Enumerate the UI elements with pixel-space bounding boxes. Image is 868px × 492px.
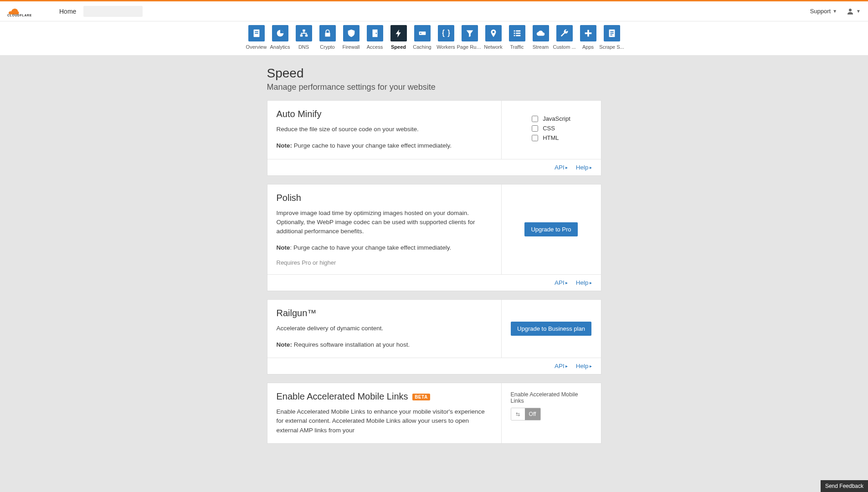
drive-icon: [414, 25, 431, 41]
tab-label: Scrape S...: [599, 44, 624, 50]
braces-icon: [438, 25, 454, 41]
svg-rect-12: [419, 31, 426, 35]
upgrade-business-button[interactable]: Upgrade to Business plan: [511, 322, 591, 336]
lock-icon: [319, 25, 336, 41]
tab-analytics[interactable]: Analytics: [271, 25, 290, 50]
svg-rect-8: [305, 35, 308, 37]
cloudflare-logo[interactable]: CLOUDFLARE: [7, 5, 48, 18]
tab-scrape-s-[interactable]: Scrape S...: [602, 25, 621, 50]
card-desc: Accelerate delivery of dynamic content.: [277, 324, 492, 333]
card-aml: Enable Accelerated Mobile Links BETA Ena…: [267, 383, 601, 444]
door-icon: [367, 25, 383, 41]
help-link[interactable]: Help▸: [576, 279, 592, 286]
tab-label: Firewall: [343, 44, 360, 50]
caret-right-icon: ▸: [565, 364, 568, 369]
domain-selector[interactable]: [83, 6, 143, 17]
help-link[interactable]: Help▸: [576, 164, 592, 171]
user-menu[interactable]: ▼: [846, 7, 861, 15]
chevron-down-icon: ▼: [856, 9, 861, 14]
api-link[interactable]: API▸: [555, 363, 568, 369]
svg-rect-18: [516, 33, 520, 34]
toggle-label: Enable Accelerated Mobile Links: [511, 391, 592, 404]
support-label: Support: [810, 8, 831, 15]
tab-custom-[interactable]: Custom ...: [555, 25, 574, 50]
svg-rect-22: [585, 32, 591, 34]
card-title: Polish: [277, 193, 492, 203]
toggle-off-label: Off: [525, 408, 540, 420]
svg-rect-20: [516, 35, 520, 36]
tab-overview[interactable]: Overview: [247, 25, 266, 50]
tab-label: Network: [484, 44, 502, 50]
api-link[interactable]: API▸: [555, 279, 568, 286]
tab-speed[interactable]: Speed: [389, 25, 408, 50]
support-dropdown[interactable]: Support ▼: [810, 8, 837, 15]
caret-right-icon: ▸: [565, 165, 568, 170]
wrench-icon: [556, 25, 573, 41]
checkbox-javascript[interactable]: JavaScript: [532, 115, 570, 122]
tab-firewall[interactable]: Firewall: [342, 25, 361, 50]
card-desc: Reduce the file size of source code on y…: [277, 125, 492, 134]
help-link[interactable]: Help▸: [576, 363, 592, 369]
tree-icon: [296, 25, 312, 41]
card-railgun: Railgun™ Accelerate delivery of dynamic …: [267, 299, 601, 375]
pie-icon: [272, 25, 288, 41]
tab-label: Stream: [533, 44, 549, 50]
svg-point-11: [375, 33, 377, 34]
svg-text:CLOUDFLARE: CLOUDFLARE: [7, 13, 32, 16]
svg-rect-24: [610, 31, 613, 32]
svg-rect-19: [514, 35, 515, 36]
tab-label: Overview: [246, 44, 267, 50]
tab-stream[interactable]: Stream: [531, 25, 550, 50]
tab-access[interactable]: Access: [365, 25, 385, 50]
caret-right-icon: ▸: [565, 280, 568, 285]
card-title: Auto Minify: [277, 109, 492, 119]
checkbox-css[interactable]: CSS: [532, 125, 570, 132]
api-link[interactable]: API▸: [555, 164, 568, 171]
tab-label: Crypto: [320, 44, 334, 50]
svg-rect-26: [610, 35, 612, 36]
svg-point-14: [492, 31, 494, 33]
tab-label: Page Rules: [457, 44, 483, 50]
card-title: Enable Accelerated Mobile Links BETA: [277, 391, 492, 402]
card-polish: Polish Improve image load time by optimi…: [267, 184, 601, 291]
svg-rect-15: [514, 31, 515, 32]
svg-point-1: [849, 9, 852, 11]
doc-icon: [248, 25, 265, 41]
card-note: Note: Purge cache to have your change ta…: [277, 141, 492, 150]
svg-point-13: [420, 33, 421, 34]
tab-label: Traffic: [510, 44, 524, 50]
card-note: Note: Purge cache to have your change ta…: [277, 243, 492, 252]
nav-home[interactable]: Home: [59, 8, 76, 15]
tab-page-rules[interactable]: Page Rules: [460, 25, 479, 50]
tab-network[interactable]: Network: [484, 25, 503, 50]
beta-badge: BETA: [412, 394, 430, 400]
page-icon: [604, 25, 620, 41]
tab-label: Access: [367, 44, 383, 50]
tab-label: Analytics: [270, 44, 290, 50]
caret-right-icon: ▸: [590, 165, 592, 170]
svg-rect-17: [514, 33, 515, 34]
card-desc: Improve image load time by optimizing im…: [277, 209, 492, 236]
plus-icon: [580, 25, 596, 41]
chevron-down-icon: ▼: [832, 9, 837, 14]
tab-label: Speed: [391, 44, 406, 50]
tab-workers[interactable]: Workers: [437, 25, 456, 50]
svg-rect-25: [610, 33, 613, 34]
upgrade-pro-button[interactable]: Upgrade to Pro: [524, 222, 577, 236]
tab-traffic[interactable]: Traffic: [508, 25, 527, 50]
checkbox-html[interactable]: HTML: [532, 134, 570, 141]
card-desc: Enable Accelerated Mobile Links to enhan…: [277, 407, 492, 435]
tab-label: DNS: [298, 44, 309, 50]
aml-toggle[interactable]: ⇆ Off: [511, 408, 541, 420]
tab-label: Caching: [413, 44, 431, 50]
tab-caching[interactable]: Caching: [413, 25, 432, 50]
tabs-bar: OverviewAnalyticsDNSCryptoFirewallAccess…: [0, 21, 868, 55]
cloud-icon: [533, 25, 549, 41]
svg-rect-7: [300, 35, 303, 37]
tab-crypto[interactable]: Crypto: [318, 25, 337, 50]
svg-rect-3: [255, 31, 258, 32]
page-title: Speed: [267, 66, 601, 81]
tab-apps[interactable]: Apps: [579, 25, 598, 50]
tab-dns[interactable]: DNS: [294, 25, 313, 50]
card-requires: Requires Pro or higher: [277, 259, 492, 266]
